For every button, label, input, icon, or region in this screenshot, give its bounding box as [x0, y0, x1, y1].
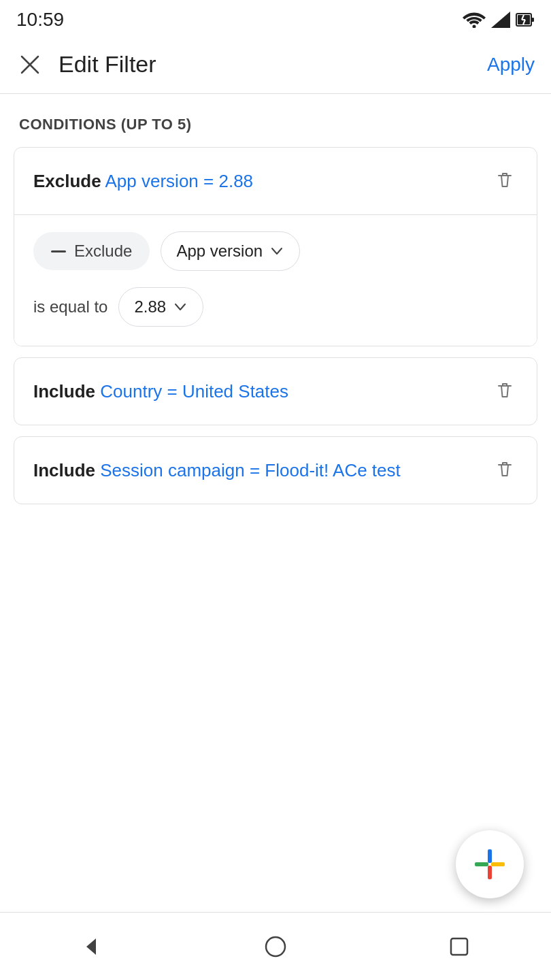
exclude-dash-icon: [51, 250, 66, 252]
field-label: App version: [176, 242, 263, 261]
svg-rect-11: [488, 866, 492, 879]
signal-icon: [491, 12, 510, 28]
condition-operator-label: is equal to: [33, 297, 107, 316]
condition-value-row: is equal to 2.88: [33, 287, 518, 327]
condition-summary-1: Exclude App version = 2.88: [33, 171, 253, 192]
chevron-down-icon: [269, 244, 284, 259]
chevron-down-icon-2: [173, 299, 188, 314]
app-bar-left: Edit Filter: [14, 48, 156, 81]
close-button[interactable]: [14, 48, 46, 81]
value-selector[interactable]: 2.88: [118, 287, 203, 327]
delete-condition-1-button[interactable]: [492, 167, 518, 195]
condition-card-2: Include Country = United States: [14, 357, 537, 425]
condition-summary-3: Include Session campaign = Flood-it! ACe…: [33, 460, 401, 481]
svg-rect-10: [488, 849, 492, 863]
condition-header-2[interactable]: Include Country = United States: [14, 358, 537, 425]
svg-marker-1: [491, 12, 510, 28]
svg-rect-13: [491, 862, 505, 866]
field-selector[interactable]: App version: [161, 231, 300, 271]
svg-point-15: [266, 937, 285, 956]
back-button[interactable]: [71, 926, 112, 967]
svg-rect-3: [531, 18, 534, 22]
condition-form-1: Exclude App version is equal to 2.88: [14, 215, 537, 346]
svg-point-0: [473, 25, 476, 29]
add-condition-fab[interactable]: [456, 830, 524, 898]
exclude-label: Exclude: [74, 242, 132, 261]
bottom-nav: [0, 912, 551, 980]
conditions-section-label: CONDITIONS (UP TO 5): [0, 94, 551, 147]
svg-rect-16: [451, 938, 467, 955]
condition-header-1[interactable]: Exclude App version = 2.88: [14, 148, 537, 215]
wifi-icon: [463, 12, 486, 28]
status-time: 10:59: [16, 9, 64, 31]
home-button[interactable]: [255, 926, 296, 967]
value-label: 2.88: [134, 297, 166, 316]
delete-condition-2-button[interactable]: [492, 377, 518, 406]
condition-summary-2: Include Country = United States: [33, 381, 288, 402]
apply-button[interactable]: Apply: [484, 48, 537, 81]
svg-marker-14: [86, 938, 96, 955]
battery-icon: [516, 12, 535, 28]
delete-condition-3-button[interactable]: [492, 456, 518, 485]
condition-card-1: Exclude App version = 2.88 Exclude App v…: [14, 147, 537, 346]
recents-button[interactable]: [439, 926, 480, 967]
status-icons: [463, 12, 535, 28]
page-title: Edit Filter: [59, 51, 156, 78]
filter-list: Exclude App version = 2.88 Exclude App v…: [0, 147, 551, 515]
condition-card-3: Include Session campaign = Flood-it! ACe…: [14, 436, 537, 504]
status-bar: 10:59: [0, 0, 551, 35]
exclude-type-selector[interactable]: Exclude: [33, 232, 150, 270]
condition-header-3[interactable]: Include Session campaign = Flood-it! ACe…: [14, 437, 537, 504]
app-bar: Edit Filter Apply: [0, 35, 551, 94]
condition-type-row: Exclude App version: [33, 231, 518, 271]
svg-rect-12: [475, 862, 488, 866]
